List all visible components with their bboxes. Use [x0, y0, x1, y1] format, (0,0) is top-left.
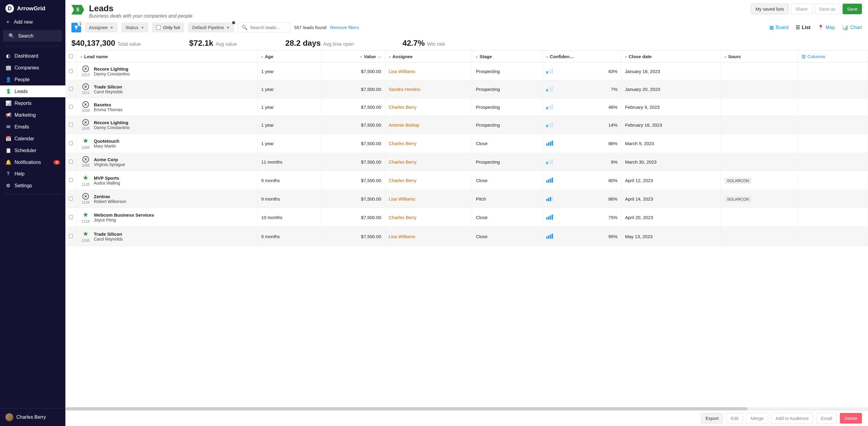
sidebar-item-companies[interactable]: 🏢Companies	[0, 62, 65, 74]
col-source[interactable]: ▾Sourc	[721, 51, 798, 62]
sidebar-item-help[interactable]: ?Help	[0, 168, 65, 180]
row-checkbox[interactable]	[69, 215, 73, 219]
sidebar-item-label: Settings	[14, 183, 32, 189]
assignee-filter[interactable]: Assignee▼	[85, 22, 118, 32]
assignee-link[interactable]: Charles Berry	[389, 141, 417, 146]
row-checkbox[interactable]	[69, 197, 73, 201]
table-scroll[interactable]: ▾Lead name ▾Age ▾Value↓↑ ▾Assignee ▾Stag…	[65, 50, 868, 407]
view-tab-board[interactable]: ▦Board	[769, 25, 789, 30]
table-row[interactable]: ✕1021Trade SiliconCarol Reynolds1 year$7…	[65, 80, 868, 98]
add-to-audience-button[interactable]: Add to Audience	[771, 413, 813, 424]
sidebar-item-emails[interactable]: ✉Emails	[0, 121, 65, 133]
col-close-date[interactable]: ▾Close date	[621, 51, 721, 62]
filter-funnel-button[interactable]: 1	[71, 23, 81, 32]
search-leads-input[interactable]	[250, 25, 287, 30]
col-stage[interactable]: ▾Stage	[472, 51, 542, 62]
delete-button[interactable]: Delete	[840, 413, 862, 424]
cell-close-date: April 14, 2023	[621, 190, 721, 208]
cell-source	[721, 62, 798, 80]
assignee-link[interactable]: Antonio Bishop	[389, 122, 420, 127]
row-checkbox[interactable]	[69, 234, 73, 238]
view-tab-list[interactable]: ☰List	[796, 25, 810, 30]
sidebar-item-reports[interactable]: 📊Reports	[0, 97, 65, 109]
cell-stage: Close	[472, 134, 542, 153]
table-row[interactable]: ✕1096Acme CorpVirginia Sprague11 months$…	[65, 153, 868, 171]
select-all-col[interactable]	[65, 51, 77, 62]
col-value[interactable]: ▾Value↓↑	[321, 51, 385, 62]
lead-company: Trade Silicon	[94, 231, 123, 237]
table-row[interactable]: ✕1134ZentraxRobert Wilkerson9 months$7,5…	[65, 190, 868, 208]
edit-button[interactable]: Edit	[726, 413, 743, 424]
row-checkbox[interactable]	[69, 160, 73, 164]
horizontal-scrollbar[interactable]	[65, 407, 868, 410]
star-icon: ★	[83, 230, 89, 238]
cell-age: 10 months	[257, 208, 321, 227]
only-hot-checkbox[interactable]	[156, 25, 161, 30]
divider	[4, 194, 61, 194]
row-checkbox[interactable]	[69, 178, 73, 182]
sidebar-item-settings[interactable]: ⚙Settings	[0, 180, 65, 192]
table-row[interactable]: ✕1039BasetexEmma Thomas1 year$7,500.00Ch…	[65, 98, 868, 116]
table-row[interactable]: ✕1013Recore LightingDanny Constantino1 y…	[65, 62, 868, 80]
table-row[interactable]: ★1068QuotetouchMary Martin1 year$7,500.0…	[65, 134, 868, 153]
col-assignee[interactable]: ▾Assignee	[385, 51, 472, 62]
dollar-icon: $	[71, 5, 84, 15]
email-button[interactable]: Email	[816, 413, 837, 424]
sidebar-item-leads[interactable]: 💲Leads	[0, 85, 65, 97]
assignee-link[interactable]: Charles Berry	[389, 178, 417, 183]
col-age[interactable]: ▾Age	[257, 51, 321, 62]
view-tab-map[interactable]: 📍Map	[818, 25, 835, 30]
sidebar-item-marketing[interactable]: 📢Marketing	[0, 109, 65, 121]
cell-source	[721, 208, 798, 227]
row-checkbox[interactable]	[69, 105, 73, 109]
row-checkbox[interactable]	[69, 123, 73, 126]
source-pill: SOLARCON	[724, 177, 751, 184]
sidebar-item-calendar[interactable]: 📅Calendar	[0, 133, 65, 144]
lead-id: 1013	[82, 73, 90, 77]
assignee-link[interactable]: Charles Berry	[389, 105, 417, 110]
sidebar-item-people[interactable]: 👤People	[0, 74, 65, 85]
help-icon: ?	[5, 171, 11, 177]
export-button[interactable]: Export	[701, 413, 723, 424]
share-button[interactable]: Share	[791, 4, 812, 14]
pipeline-filter[interactable]: Default Pipeline▼	[188, 22, 234, 32]
my-saved-lists-button[interactable]: My saved lists	[751, 4, 788, 14]
table-row[interactable]: ✕1045Recore LightingDanny Constantino1 y…	[65, 116, 868, 134]
scrollbar-thumb[interactable]	[65, 407, 748, 410]
col-confidence[interactable]: ▾Confiden…	[542, 51, 621, 62]
table-row[interactable]: ★1245Trade SiliconCarol Reynolds9 months…	[65, 227, 868, 246]
page-title: Leads	[89, 4, 192, 13]
assignee-link[interactable]: Charles Berry	[389, 215, 417, 220]
stat-total-value: $40,137,300	[71, 38, 115, 48]
user-row[interactable]: Charles Berry	[0, 408, 65, 426]
sidebar-item-dashboard[interactable]: ◐Dashboard	[0, 50, 65, 62]
row-checkbox[interactable]	[69, 141, 73, 145]
col-lead-name[interactable]: ▾Lead name	[77, 51, 257, 62]
table-row[interactable]: ★1218Webcom Business ServicesJoyce Peng1…	[65, 208, 868, 227]
sidebar-search[interactable]: 🔍 Search	[3, 30, 62, 42]
save-as-button[interactable]: Save as	[815, 4, 840, 14]
assignee-link[interactable]: Lisa Williams	[389, 196, 415, 201]
status-filter[interactable]: Status▼	[121, 22, 148, 32]
only-hot-toggle[interactable]: Only hot	[152, 22, 184, 32]
assignee-link[interactable]: Sandra Hendrix	[389, 87, 421, 92]
merge-button[interactable]: Merge	[746, 413, 768, 424]
lead-person: Mary Martin	[94, 144, 119, 148]
assignee-link[interactable]: Lisa Williams	[389, 69, 415, 74]
row-checkbox[interactable]	[69, 69, 73, 73]
remove-filters-link[interactable]: Remove filters	[330, 25, 359, 30]
view-tab-chart[interactable]: 📊Chart	[842, 25, 862, 30]
assignee-link[interactable]: Charles Berry	[389, 160, 417, 165]
add-new-button[interactable]: ＋ Add new	[0, 16, 65, 28]
search-leads-box[interactable]: 🔍	[238, 22, 290, 32]
lead-person: Carol Reynolds	[94, 237, 123, 242]
sidebar-item-notifications[interactable]: 🔔Notifications3	[0, 157, 65, 168]
sidebar-item-scheduler[interactable]: 📋Scheduler	[0, 144, 65, 157]
save-button[interactable]: Save	[843, 4, 862, 14]
table-row[interactable]: ★1120MVP SportsAudra Walling9 months$7,5…	[65, 171, 868, 190]
cell-close-date: April 12, 2023	[621, 171, 721, 190]
row-checkbox[interactable]	[69, 87, 73, 91]
assignee-link[interactable]: Lisa Williams	[389, 234, 415, 239]
columns-config[interactable]: ▥Columns	[798, 51, 868, 62]
logo-row[interactable]: D ArrowGrid	[0, 0, 65, 16]
